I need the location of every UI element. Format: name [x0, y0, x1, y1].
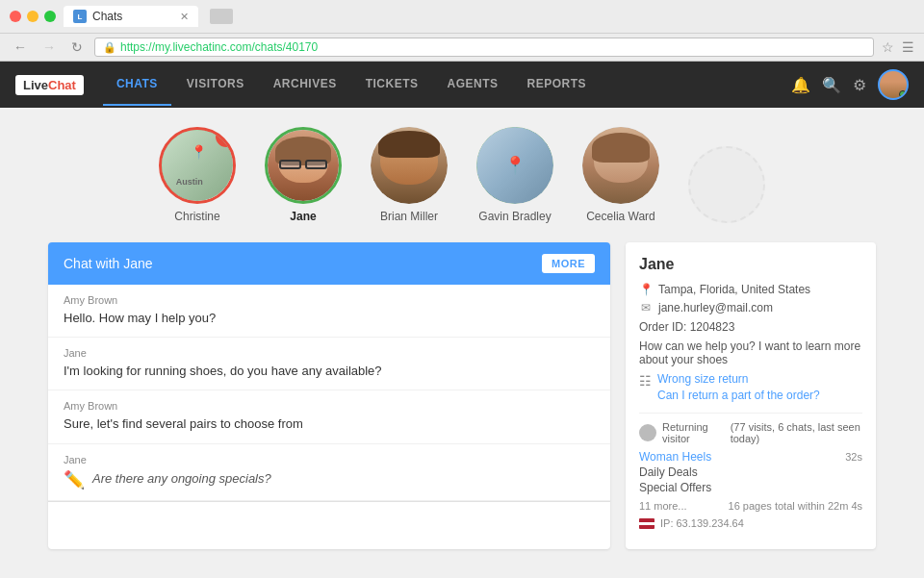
browser-titlebar: L Chats ✕	[0, 0, 924, 33]
nav-item-agents[interactable]: AGENTS	[434, 63, 512, 106]
bubble-item-jane[interactable]: Jane	[265, 127, 342, 223]
tab-title: Chats	[92, 10, 122, 23]
url-text: https://my.livechatinc.com/chats/40170	[120, 40, 865, 54]
bubble-name-jane: Jane	[290, 210, 316, 223]
message-group-4: Jane ✏️ Are there any ongoing specials?	[48, 444, 610, 501]
chat-panel: Chat with Jane MORE Amy Brown Hello. How…	[48, 242, 610, 549]
message-typing-indicator: ✏️ Are there any ongoing specials?	[64, 469, 595, 490]
visitor-location-row: 📍 Tampa, Florida, United States	[639, 283, 862, 296]
search-button[interactable]: 🔍	[822, 76, 841, 94]
bubble-avatar-gavin: 📍	[476, 127, 553, 204]
email-icon: ✉	[639, 301, 653, 314]
menu-button[interactable]: ☰	[902, 39, 914, 55]
message-sender-3: Amy Brown	[64, 400, 595, 412]
visitor-ip: IP: 63.139.234.64	[660, 517, 744, 529]
user-avatar[interactable]	[878, 69, 909, 100]
more-button[interactable]: MORE	[542, 254, 595, 273]
visitor-question: How can we help you? I want to learn mor…	[639, 339, 862, 366]
notification-bell-button[interactable]: 🔔	[791, 76, 810, 94]
bubble-name-gavin: Gavin Bradley	[478, 210, 551, 223]
pages-total: 16 pages total within 22m 4s	[729, 500, 862, 512]
chat-area: Chat with Jane MORE Amy Brown Hello. How…	[48, 242, 876, 549]
refresh-button[interactable]: ↻	[67, 38, 87, 57]
tab-favicon: L	[73, 10, 87, 23]
visitor-location: Tampa, Florida, United States	[658, 283, 810, 296]
more-pages-row: 11 more... 16 pages total within 22m 4s	[639, 500, 862, 512]
app-navbar: LiveChat CHATS VISITORS ARCHIVES TICKETS…	[0, 62, 924, 108]
visitor-name: Jane	[639, 256, 862, 273]
maximize-window-button[interactable]	[44, 11, 56, 22]
visitor-email-row: ✉ jane.hurley@mail.com	[639, 301, 862, 314]
visitor-link-1[interactable]: Wrong size return	[657, 372, 820, 386]
message-sender-4: Jane	[64, 454, 595, 465]
bubble-item-brian[interactable]: Brian Miller	[371, 127, 448, 223]
online-status-dot	[899, 90, 907, 98]
tag-time-woman-heels: 32s	[845, 451, 862, 463]
message-text-1: Hello. How may I help you?	[64, 310, 595, 327]
typing-pencil-icon: ✏️	[64, 469, 85, 490]
nav-right-actions: 🔔 🔍 ⚙	[791, 69, 909, 100]
bubble-avatar-empty	[688, 146, 765, 223]
main-navigation: CHATS VISITORS ARCHIVES TICKETS AGENTS R…	[103, 63, 600, 106]
tag-woman-heels[interactable]: Woman Heels	[639, 450, 711, 464]
bubble-avatar-brian	[371, 127, 448, 204]
visitor-links-section: ☷ Wrong size return Can I return a part …	[639, 372, 862, 405]
visitor-info-panel: Jane 📍 Tampa, Florida, United States ✉ j…	[626, 242, 876, 549]
tag-row-daily-deals: Daily Deals	[639, 465, 862, 479]
bubble-avatar-jane	[265, 127, 342, 204]
bubble-item-christine[interactable]: 📍 Austin 3 Christine	[159, 127, 236, 223]
minimize-window-button[interactable]	[27, 11, 38, 22]
message-group-1: Amy Brown Hello. How may I help you?	[48, 285, 610, 338]
visitor-email: jane.hurley@mail.com	[658, 301, 773, 314]
more-tags-count: 11 more...	[639, 500, 687, 512]
country-flag-icon	[639, 518, 654, 529]
lock-icon: 🔒	[103, 41, 116, 54]
bubble-name-cecelia: Cecelia Ward	[586, 210, 655, 223]
back-button[interactable]: ←	[10, 38, 31, 57]
browser-toolbar: ← → ↻ 🔒 https://my.livechatinc.com/chats…	[0, 33, 924, 61]
tab-close-button[interactable]: ✕	[180, 11, 189, 23]
bubble-avatar-christine: 📍 Austin 3	[159, 127, 236, 204]
returning-visitor-stats: (77 visits, 6 chats, last seen today)	[731, 421, 862, 444]
message-sender-2: Jane	[64, 347, 595, 359]
message-sender-1: Amy Brown	[64, 294, 595, 306]
chat-header: Chat with Jane MORE	[48, 242, 610, 285]
livechat-logo: LiveChat	[15, 75, 84, 95]
tag-row-woman-heels: Woman Heels 32s	[639, 450, 862, 464]
browser-chrome: L Chats ✕ ← → ↻ 🔒 https://my.livechatinc…	[0, 0, 924, 62]
ip-row: IP: 63.139.234.64	[639, 517, 862, 529]
nav-item-reports[interactable]: REPORTS	[514, 63, 601, 106]
nav-item-visitors[interactable]: VISITORS	[173, 63, 258, 106]
forward-button[interactable]: →	[38, 38, 60, 57]
browser-tab[interactable]: L Chats ✕	[64, 6, 198, 27]
bubble-item-gavin[interactable]: 📍 Gavin Bradley	[476, 127, 553, 223]
chat-header-title: Chat with Jane	[64, 256, 153, 271]
visitor-links-list: Wrong size return Can I return a part of…	[657, 372, 820, 405]
notification-badge-christine: 3	[216, 127, 236, 147]
new-tab-area	[210, 9, 233, 24]
divider-1	[639, 413, 862, 414]
visitor-link-2[interactable]: Can I return a part of the order?	[657, 389, 820, 402]
bookmark-button[interactable]: ☆	[882, 39, 894, 55]
chat-messages: Amy Brown Hello. How may I help you? Jan…	[48, 285, 610, 501]
logo-chat: Chat	[48, 78, 76, 92]
visitor-order-id: Order ID: 1204823	[639, 320, 862, 334]
message-text-2: I'm looking for running shoes, do you ha…	[64, 363, 595, 380]
chat-input-field[interactable]	[64, 512, 595, 526]
address-bar[interactable]: 🔒 https://my.livechatinc.com/chats/40170	[94, 38, 874, 57]
close-window-button[interactable]	[10, 11, 21, 22]
message-text-4: Are there any ongoing specials?	[92, 470, 271, 488]
nav-item-tickets[interactable]: TICKETS	[352, 63, 432, 106]
bubble-item-empty	[688, 146, 765, 223]
logo-live: Live	[23, 78, 48, 92]
message-group-2: Jane I'm looking for running shoes, do y…	[48, 338, 610, 390]
settings-button[interactable]: ⚙	[853, 76, 866, 94]
nav-item-archives[interactable]: ARCHIVES	[260, 63, 350, 106]
bubble-item-cecelia[interactable]: Cecelia Ward	[582, 127, 659, 223]
chat-bubbles-row: 📍 Austin 3 Christine	[19, 127, 905, 223]
nav-item-chats[interactable]: CHATS	[103, 63, 171, 106]
traffic-lights	[10, 11, 56, 22]
tag-daily-deals: Daily Deals	[639, 465, 698, 479]
main-content: 📍 Austin 3 Christine	[0, 108, 924, 578]
bubble-name-brian: Brian Miller	[380, 210, 438, 223]
